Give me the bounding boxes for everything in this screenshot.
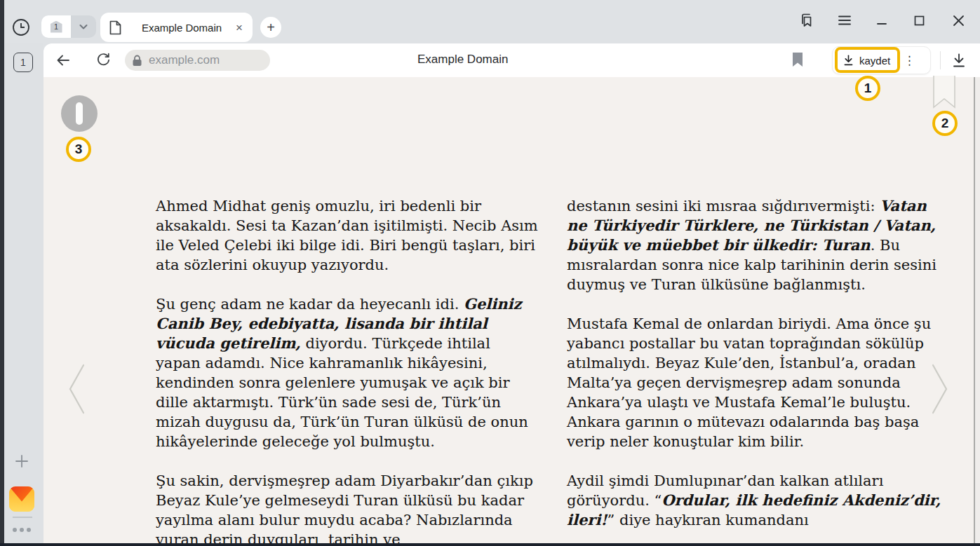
close-window-button[interactable] (949, 11, 967, 29)
history-button[interactable] (11, 18, 31, 37)
lock-icon[interactable] (132, 55, 142, 67)
dot-icon (13, 528, 17, 532)
tab-list-control[interactable]: 1 (41, 15, 96, 38)
window-right-border (974, 77, 975, 543)
reader-columns: Ahmed Midhat geniş omuzlu, iri bedenli b… (156, 196, 950, 546)
reader-paragraph: Ahmed Midhat geniş omuzlu, iri bedenli b… (156, 196, 539, 275)
body-text: Şu sakin, dervişmeşrep adam Diyarbakır’d… (156, 472, 533, 546)
annotation-marker-1: 1 (855, 76, 880, 101)
page-favicon-icon (109, 20, 122, 35)
close-tab-button[interactable]: × (234, 22, 244, 34)
download-icon (951, 52, 969, 69)
back-arrow-icon (55, 52, 72, 69)
minimize-icon (876, 15, 887, 26)
maximize-window-button[interactable] (910, 11, 928, 29)
window-bottom-edge (0, 543, 980, 546)
maximize-icon (914, 15, 925, 26)
body-text: diyordu. Türkçede ihtilal yapan adamdı. … (156, 335, 528, 450)
tab-counter-value: 1 (54, 22, 58, 31)
reload-icon (95, 52, 112, 68)
sidebar-more-button[interactable] (13, 527, 32, 533)
body-text: Şu genç adam ne kadar da heyecanlı idi. (156, 296, 464, 313)
reader-right-column: destanın sesini iki mısraa sığdırıvermiş… (567, 196, 950, 546)
page-title: Example Domain (417, 53, 508, 67)
tab-counter-badge: 1 (51, 21, 62, 33)
dot-icon (20, 528, 24, 532)
sidebar-add-button[interactable] (14, 453, 29, 469)
clock-icon (11, 18, 31, 37)
tab-counter-button[interactable]: 1 (41, 15, 71, 38)
reader-paragraph: Mustafa Kemal de onlardan biriydi. Ama ö… (567, 314, 950, 451)
annotation-label: 2 (941, 116, 949, 131)
ribbon-bookmark-icon[interactable] (932, 76, 956, 109)
reload-button[interactable] (95, 52, 112, 69)
play-bar-icon (76, 102, 83, 125)
body-text: destanın sesini iki mısraa sığdırıvermiş… (567, 198, 880, 214)
browser-window: 1 Example Domain × + (0, 0, 980, 546)
sidebar-divider (13, 517, 32, 518)
reader-play-button[interactable] (61, 95, 98, 132)
hamburger-menu-icon (838, 15, 852, 26)
address-bar[interactable]: example.com (125, 50, 270, 71)
page-prev-button[interactable] (67, 363, 88, 415)
reader-left-column: Ahmed Midhat geniş omuzlu, iri bedenli b… (156, 196, 539, 546)
chevron-left-icon (67, 363, 88, 415)
new-tab-button[interactable]: + (260, 17, 281, 38)
reader-content-area: Ahmed Midhat geniş omuzlu, iri bedenli b… (43, 77, 980, 543)
chevron-down-icon (78, 21, 89, 32)
browser-tab[interactable]: Example Domain × (100, 13, 253, 42)
toolbar-separator (940, 51, 941, 69)
minimize-window-button[interactable] (873, 11, 891, 29)
downloads-button[interactable] (951, 52, 969, 70)
bookmark-flag-icon[interactable] (791, 52, 805, 69)
reader-paragraph: Şu genç adam ne kadar da heyecanlı idi. … (156, 294, 539, 451)
annotation-label: 1 (864, 81, 872, 96)
dot-icon (27, 528, 31, 532)
back-button[interactable] (55, 52, 72, 69)
body-text: ” diye haykıran kumandanı (608, 512, 809, 528)
annotation-marker-2: 2 (932, 111, 958, 136)
plus-icon (14, 453, 29, 469)
mail-app-icon[interactable] (9, 486, 34, 512)
window-right-edge (975, 77, 980, 543)
sidebar-tab-count-button[interactable]: 1 (13, 53, 33, 72)
annotation-highlight-save-button (835, 47, 900, 73)
reader-paragraph: Aydil şimdi Dumlupınar’dan kalkan atlıla… (567, 471, 950, 530)
annotation-label: 3 (75, 142, 83, 157)
reader-paragraph: destanın sesini iki mısraa sığdırıvermiş… (567, 196, 950, 294)
tab-list-dropdown-button[interactable] (71, 15, 96, 38)
double-bookmark-icon (798, 12, 815, 29)
save-options-button[interactable]: ⋮ (897, 47, 921, 74)
body-text: Ahmed Midhat geniş omuzlu, iri bedenli b… (156, 198, 538, 273)
url-text: example.com (149, 53, 220, 67)
collections-panel-button[interactable] (798, 11, 816, 29)
close-icon (953, 15, 965, 27)
reader-paragraph: Şu sakin, dervişmeşrep adam Diyarbakır’d… (156, 471, 539, 546)
sidebar-tab-count: 1 (20, 57, 26, 68)
browser-menu-button[interactable] (835, 11, 854, 29)
body-text: Mustafa Kemal de onlardan biriydi. Ama ö… (567, 315, 931, 450)
tab-title: Example Domain (129, 22, 234, 34)
annotation-marker-3: 3 (66, 137, 91, 162)
